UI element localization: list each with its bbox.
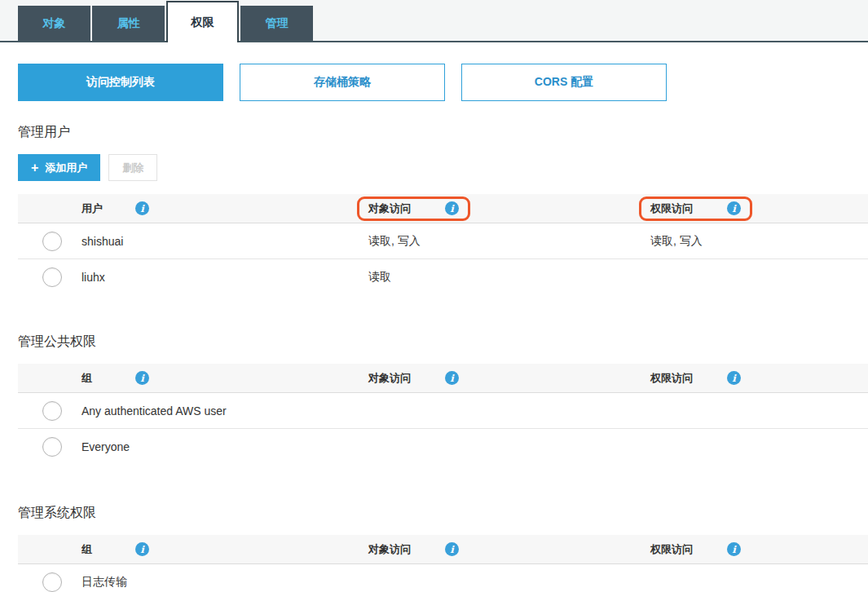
column-header-permission-access-highlighted: 权限访问 i (639, 197, 752, 221)
add-user-button[interactable]: + 添加用户 (18, 154, 100, 181)
column-header-permission-access-label: 权限访问 (650, 371, 711, 386)
column-header-object-access: 对象访问 i (368, 371, 459, 386)
users-table: 用户 i 对象访问 i 权限访问 i shishuai 读取, 写入 读取, 写… (18, 194, 868, 295)
info-icon[interactable]: i (445, 371, 459, 385)
delete-user-button[interactable]: 删除 (108, 154, 157, 181)
cors-config-tab-button[interactable]: CORS 配置 (461, 64, 667, 101)
tab-objects[interactable]: 对象 (18, 6, 90, 41)
column-header-group-label: 组 (82, 542, 119, 557)
user-name: shishuai (82, 235, 123, 248)
group-name: 日志传输 (82, 575, 127, 590)
table-row-authenticated-users: Any authenticated AWS user (18, 393, 868, 429)
info-icon[interactable]: i (135, 371, 149, 385)
add-user-label: 添加用户 (45, 161, 87, 175)
column-header-user: 用户 i (82, 201, 149, 216)
radio-button[interactable] (42, 437, 62, 457)
column-header-object-access-label: 对象访问 (368, 542, 429, 557)
radio-button[interactable] (42, 267, 62, 287)
column-header-group: 组 i (82, 371, 149, 386)
column-header-group-label: 组 (82, 371, 119, 386)
column-header-user-label: 用户 (82, 201, 119, 216)
column-header-object-access-label: 对象访问 (368, 371, 429, 386)
system-permissions-table: 组 i 对象访问 i 权限访问 i 日志传输 (18, 535, 868, 592)
column-header-object-access-highlighted: 对象访问 i (357, 197, 470, 221)
section-title-manage-users: 管理用户 (18, 124, 868, 141)
table-row-shishuai: shishuai 读取, 写入 读取, 写入 (18, 223, 868, 259)
radio-button[interactable] (42, 572, 62, 592)
bucket-policy-tab-button[interactable]: 存储桶策略 (240, 64, 445, 101)
column-header-object-access-label: 对象访问 (368, 201, 429, 216)
permission-view-switcher: 访问控制列表 存储桶策略 CORS 配置 (18, 64, 868, 101)
permissions-page: 对象 属性 权限 管理 访问控制列表 存储桶策略 CORS 配置 管理用户 + … (0, 0, 868, 592)
section-title-manage-system-permissions: 管理系统权限 (18, 505, 868, 522)
plus-icon: + (31, 161, 38, 175)
section-title-manage-public-permissions: 管理公共权限 (18, 334, 868, 351)
public-permissions-table: 组 i 对象访问 i 权限访问 i Any authenticated AWS … (18, 364, 868, 465)
info-icon[interactable]: i (727, 542, 741, 556)
info-icon[interactable]: i (727, 201, 741, 215)
info-icon[interactable]: i (727, 371, 741, 385)
tab-permissions[interactable]: 权限 (166, 1, 239, 42)
info-icon[interactable]: i (445, 201, 459, 215)
acl-tab-button[interactable]: 访问控制列表 (18, 64, 223, 101)
column-header-object-access: 对象访问 i (368, 542, 459, 557)
tab-bar: 对象 属性 权限 管理 (0, 0, 868, 42)
table-row-liuhx: liuhx 读取 (18, 259, 868, 295)
tab-management[interactable]: 管理 (240, 6, 313, 41)
group-name: Everyone (82, 440, 130, 453)
user-name: liuhx (82, 271, 105, 284)
object-access-value: 读取, 写入 (368, 234, 421, 249)
system-permissions-table-header: 组 i 对象访问 i 权限访问 i (18, 535, 868, 564)
user-actions: + 添加用户 删除 (18, 154, 868, 181)
public-permissions-table-header: 组 i 对象访问 i 权限访问 i (18, 364, 868, 393)
info-icon[interactable]: i (445, 542, 459, 556)
radio-button[interactable] (42, 401, 62, 421)
table-row-everyone: Everyone (18, 429, 868, 465)
column-header-group: 组 i (82, 542, 149, 557)
permission-access-value: 读取, 写入 (650, 234, 703, 249)
column-header-permission-access: 权限访问 i (650, 542, 741, 557)
column-header-permission-access: 权限访问 i (650, 371, 741, 386)
info-icon[interactable]: i (135, 201, 149, 215)
group-name: Any authenticated AWS user (82, 404, 227, 417)
info-icon[interactable]: i (135, 542, 149, 556)
users-table-header: 用户 i 对象访问 i 权限访问 i (18, 194, 868, 223)
radio-button[interactable] (42, 232, 62, 251)
tab-properties[interactable]: 属性 (92, 6, 165, 41)
object-access-value: 读取 (368, 270, 391, 285)
column-header-permission-access-label: 权限访问 (650, 542, 711, 557)
table-row-log-delivery: 日志传输 (18, 564, 868, 592)
column-header-permission-access-label: 权限访问 (650, 201, 711, 216)
